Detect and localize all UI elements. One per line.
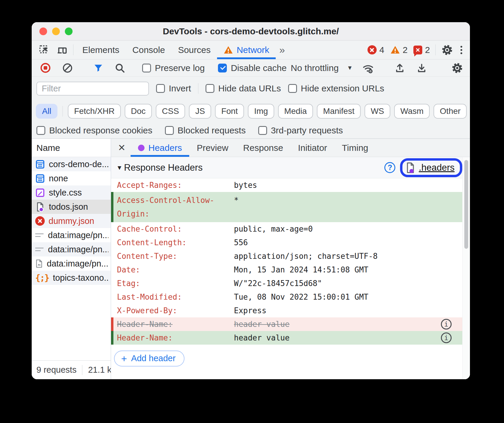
- hide-data-urls-checkbox[interactable]: Hide data URLs: [206, 83, 281, 93]
- network-conditions-button[interactable]: [359, 62, 378, 74]
- close-window-button[interactable]: [39, 28, 47, 35]
- help-icon[interactable]: ?: [384, 162, 395, 173]
- blocked-requests-checkbox[interactable]: Blocked requests: [165, 125, 246, 135]
- header-value: W/"22c-18457c15d68": [234, 277, 462, 290]
- more-tabs-button[interactable]: »: [276, 41, 288, 59]
- tab-preview[interactable]: Preview: [189, 139, 236, 157]
- json-braces-icon: {;}: [35, 273, 49, 283]
- type-filter-font[interactable]: Font: [215, 104, 244, 119]
- tab-response[interactable]: Response: [236, 139, 290, 157]
- search-icon: [115, 63, 125, 73]
- info-icon[interactable]: i: [441, 332, 452, 343]
- section-title[interactable]: Response Headers: [124, 162, 203, 173]
- title-bar: DevTools - cors-demo-devtools.glitch.me/: [32, 22, 470, 41]
- type-filter-wasm[interactable]: Wasm: [394, 104, 430, 119]
- request-row-data-image-2[interactable]: data:image/pn...: [32, 242, 111, 256]
- request-row-none[interactable]: none: [32, 171, 111, 185]
- blocked-cookies-checkbox[interactable]: Blocked response cookies: [36, 125, 153, 135]
- type-filter-media[interactable]: Media: [278, 104, 313, 119]
- scrollbar-track[interactable]: [462, 157, 470, 379]
- hide-data-urls-label: Hide data URLs: [218, 83, 281, 93]
- tab-headers[interactable]: Headers: [131, 139, 189, 157]
- request-row-style-css[interactable]: style.css: [32, 185, 111, 200]
- third-party-requests-checkbox[interactable]: 3rd-party requests: [258, 125, 343, 135]
- checkbox-unchecked: [288, 84, 297, 93]
- invert-checkbox[interactable]: Invert: [156, 83, 191, 93]
- request-row-topics-taxonomy[interactable]: {;} topics-taxono...: [32, 271, 111, 285]
- issues-badge[interactable]: 2: [410, 41, 433, 59]
- hide-extension-urls-checkbox[interactable]: Hide extension URLs: [288, 83, 384, 93]
- settings-button[interactable]: [438, 41, 456, 59]
- tab-timing[interactable]: Timing: [335, 139, 376, 157]
- scrollbar-thumb[interactable]: [464, 160, 468, 249]
- add-header-button[interactable]: + Add header: [114, 351, 184, 367]
- request-row-todos-json[interactable]: todos.json: [32, 200, 111, 214]
- type-filter-all[interactable]: All: [36, 104, 57, 119]
- type-filter-css[interactable]: CSS: [156, 104, 185, 119]
- clear-network-log-button[interactable]: [59, 63, 76, 73]
- request-name: todos.json: [49, 202, 88, 212]
- disable-cache-checkbox[interactable]: Disable cache: [218, 63, 286, 73]
- header-row-access-control-allow-origin[interactable]: Access-Control-Allow-Origin: *: [111, 192, 462, 222]
- header-value: header value: [234, 317, 290, 331]
- collapse-caret-icon[interactable]: ▼: [116, 164, 123, 171]
- header-row-cache-control[interactable]: Cache-Control: public, max-age=0: [111, 222, 462, 236]
- checkbox-checked: [218, 64, 227, 72]
- export-har-button[interactable]: [391, 63, 409, 73]
- header-row-content-length[interactable]: Content-Length: 556: [111, 236, 462, 249]
- import-har-button[interactable]: [413, 63, 431, 73]
- network-status-bar: 9 requests 21.1 kB: [32, 360, 111, 379]
- close-detail-button[interactable]: ✕: [113, 139, 131, 157]
- filter-input[interactable]: [36, 82, 149, 96]
- type-filter-img[interactable]: Img: [248, 104, 274, 119]
- console-errors-badge[interactable]: 4: [365, 41, 387, 59]
- device-toolbar-button[interactable]: [53, 41, 71, 59]
- header-row-accept-ranges[interactable]: Accept-Ranges: bytes: [111, 178, 462, 192]
- network-settings-button[interactable]: [448, 62, 466, 74]
- zoom-window-button[interactable]: [65, 28, 73, 35]
- document-icon: [35, 159, 45, 169]
- tab-initiator[interactable]: Initiator: [290, 139, 334, 157]
- filter-button[interactable]: [90, 63, 107, 73]
- divider: [435, 44, 436, 55]
- response-headers-section-header: ▼ Response Headers ? .headers: [111, 157, 470, 178]
- search-button[interactable]: [111, 63, 129, 73]
- header-row-removed-override[interactable]: Header-Name: header value i: [111, 317, 462, 331]
- request-row-dummy-json[interactable]: dummy.json: [32, 214, 111, 228]
- request-row-cors-demo[interactable]: cors-demo-de...: [32, 157, 111, 171]
- inspect-element-button[interactable]: [35, 41, 53, 59]
- tab-elements[interactable]: Elements: [76, 41, 126, 59]
- type-filter-other[interactable]: Other: [434, 104, 467, 119]
- throttling-dropdown[interactable]: No throttling ▼: [291, 63, 355, 73]
- header-row-content-type[interactable]: Content-Type: application/json; charset=…: [111, 249, 462, 263]
- header-row-etag[interactable]: Etag: W/"22c-18457c15d68": [111, 277, 462, 290]
- inspect-cursor-icon: [39, 45, 49, 55]
- info-icon[interactable]: i: [441, 319, 452, 330]
- type-filter-fetch-xhr[interactable]: Fetch/XHR: [68, 104, 121, 119]
- request-name: data:image/pn...: [47, 259, 108, 269]
- type-filter-manifest[interactable]: Manifest: [317, 104, 361, 119]
- header-row-added-override[interactable]: Header-Name: header value i: [111, 331, 462, 345]
- customize-devtools-button[interactable]: [456, 41, 466, 59]
- type-filter-js[interactable]: JS: [189, 104, 211, 119]
- preserve-log-checkbox[interactable]: Preserve log: [142, 63, 205, 73]
- request-row-data-image-1[interactable]: data:image/pn...: [32, 228, 111, 242]
- header-row-last-modified[interactable]: Last-Modified: Tue, 08 Nov 2022 15:00:01…: [111, 290, 462, 304]
- type-filter-doc[interactable]: Doc: [125, 104, 152, 119]
- tab-label: Initiator: [298, 143, 327, 153]
- header-row-date[interactable]: Date: Mon, 15 Jan 2024 14:51:08 GMT: [111, 263, 462, 277]
- request-name: topics-taxono...: [53, 273, 108, 283]
- tab-console[interactable]: Console: [126, 41, 171, 59]
- preserve-log-label: Preserve log: [155, 63, 205, 73]
- headers-file-link[interactable]: .headers: [419, 162, 455, 173]
- name-column-header[interactable]: Name: [32, 139, 111, 157]
- tab-network[interactable]: Network: [217, 41, 276, 59]
- name-column-label: Name: [36, 143, 60, 153]
- request-row-data-image-3[interactable]: data:image/pn...: [32, 256, 111, 271]
- record-network-log-button[interactable]: [36, 62, 54, 73]
- tab-sources[interactable]: Sources: [171, 41, 217, 59]
- type-filter-ws[interactable]: WS: [365, 104, 390, 119]
- console-warnings-badge[interactable]: 2: [387, 41, 411, 59]
- minimize-window-button[interactable]: [52, 28, 60, 35]
- header-row-x-powered-by[interactable]: X-Powered-By: Express: [111, 304, 462, 317]
